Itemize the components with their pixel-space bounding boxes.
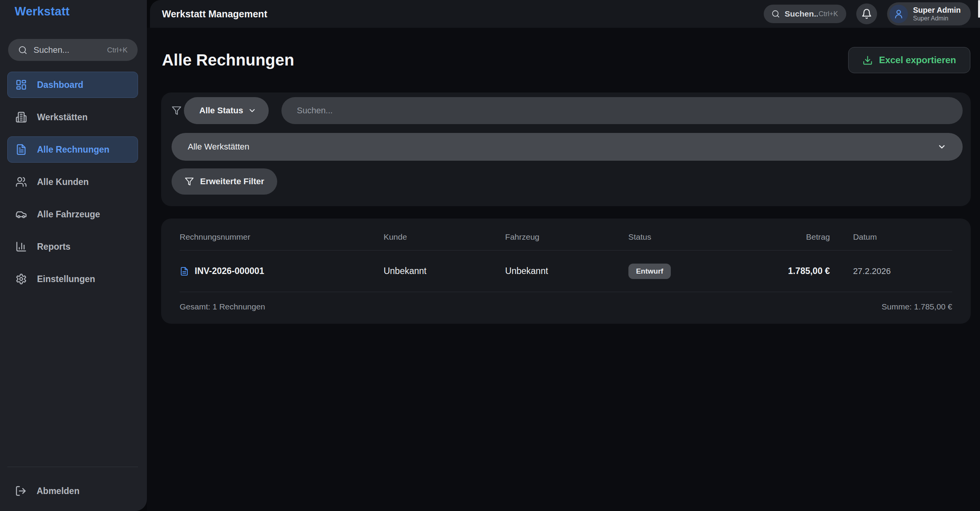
sidebar: Werkstatt Ctrl+K Dashboard Werkstätten A…	[0, 0, 147, 511]
vehicle-cell: Unbekannt	[505, 266, 628, 276]
file-text-icon	[180, 267, 189, 276]
dashboard-grid-icon	[15, 79, 27, 91]
sidebar-item-label: Alle Rechnungen	[37, 145, 109, 155]
sidebar-item-label: Einstellungen	[37, 274, 95, 284]
filter-funnel-icon	[172, 106, 182, 116]
avatar	[889, 5, 908, 23]
table-footer: Gesamt: 1 Rechnungen Summe: 1.785,00 €	[180, 292, 952, 324]
building-icon	[15, 111, 27, 123]
sidebar-item-alle-kunden[interactable]: Alle Kunden	[7, 169, 138, 195]
gear-icon	[15, 273, 27, 285]
file-text-icon	[15, 144, 27, 155]
sidebar-search-shortcut: Ctrl+K	[107, 46, 128, 54]
status-cell: Entwurf	[628, 264, 727, 279]
table-header-row: Rechnungsnummer Kunde Fahrzeug Status Be…	[180, 219, 952, 250]
topbar-search-shortcut: Ctrl+K	[818, 10, 838, 18]
invoice-number: INV-2026-000001	[195, 266, 264, 276]
sidebar-item-label: Alle Fahrzeuge	[37, 209, 100, 220]
sidebar-item-dashboard[interactable]: Dashboard	[7, 72, 138, 98]
export-excel-button[interactable]: Excel exportieren	[848, 47, 970, 73]
sidebar-item-label: Alle Kunden	[37, 177, 89, 187]
status-badge: Entwurf	[628, 264, 671, 279]
amount-cell: 1.785,00 €	[727, 266, 830, 276]
filter-panel: Alle Status Alle Werkstätten Erweiterte …	[161, 92, 971, 206]
page-header: Alle Rechnungen Excel exportieren	[147, 28, 980, 73]
sidebar-item-reports[interactable]: Reports	[7, 234, 138, 260]
page-title: Alle Rechnungen	[162, 51, 294, 69]
sidebar-item-einstellungen[interactable]: Einstellungen	[7, 266, 138, 292]
customer-cell: Unbekannt	[384, 266, 505, 276]
filter-search-input[interactable]	[281, 97, 963, 124]
logout-button[interactable]: Abmelden	[7, 478, 138, 504]
scrollbar-thumb[interactable]	[978, 0, 980, 18]
notifications-button[interactable]	[856, 3, 877, 24]
users-icon	[15, 176, 27, 188]
column-header: Status	[628, 232, 727, 242]
funnel-icon	[185, 177, 194, 186]
column-header: Fahrzeug	[505, 232, 628, 242]
invoices-table: Rechnungsnummer Kunde Fahrzeug Status Be…	[161, 219, 971, 324]
column-header: Betrag	[727, 232, 830, 242]
logout-icon	[15, 485, 27, 497]
topbar-search-input[interactable]	[785, 9, 818, 18]
table-row[interactable]: INV-2026-000001 Unbekannt Unbekannt Entw…	[180, 250, 952, 292]
logout-label: Abmelden	[37, 486, 79, 496]
topbar: Werkstatt Management Ctrl+K Super Admin …	[150, 0, 980, 28]
date-cell: 27.2.2026	[830, 266, 952, 276]
column-header: Datum	[830, 232, 952, 242]
invoice-number-cell: INV-2026-000001	[180, 266, 384, 276]
chevron-down-icon	[248, 106, 256, 115]
user-meta: Super Admin Super Admin	[913, 6, 961, 22]
search-icon	[18, 45, 27, 55]
sidebar-divider	[7, 467, 138, 467]
search-icon	[771, 10, 780, 18]
bar-chart-icon	[15, 241, 27, 252]
bell-icon	[861, 8, 872, 19]
filter-row-1: Alle Status	[172, 97, 963, 124]
total-sum: Summe: 1.785,00 €	[882, 302, 952, 311]
export-excel-label: Excel exportieren	[879, 55, 956, 66]
car-icon	[15, 208, 27, 220]
sidebar-item-alle-fahrzeuge[interactable]: Alle Fahrzeuge	[7, 201, 138, 227]
sidebar-item-werkstaetten[interactable]: Werkstätten	[7, 104, 138, 130]
status-select[interactable]: Alle Status	[184, 97, 269, 124]
advanced-filter-label: Erweiterte Filter	[200, 176, 264, 187]
sidebar-nav: Dashboard Werkstätten Alle Rechnungen Al…	[7, 72, 138, 298]
user-role: Super Admin	[913, 15, 961, 22]
topbar-actions: Ctrl+K Super Admin Super Admin	[764, 2, 971, 25]
user-menu[interactable]: Super Admin Super Admin	[887, 2, 971, 25]
sidebar-item-alle-rechnungen[interactable]: Alle Rechnungen	[7, 136, 138, 163]
main-content: Alle Rechnungen Excel exportieren Alle S…	[147, 28, 980, 511]
topbar-title: Werkstatt Management	[162, 8, 267, 20]
sidebar-item-label: Dashboard	[37, 80, 83, 90]
sidebar-item-label: Reports	[37, 242, 71, 252]
total-count: Gesamt: 1 Rechnungen	[180, 302, 265, 311]
column-header: Rechnungsnummer	[180, 232, 384, 242]
chevron-down-icon	[937, 142, 946, 151]
column-header: Kunde	[384, 232, 505, 242]
app-logo: Werkstatt	[15, 5, 70, 18]
sidebar-search-input[interactable]	[34, 45, 103, 55]
sidebar-item-label: Werkstätten	[37, 112, 88, 123]
workshop-select-value: Alle Werkstätten	[188, 142, 249, 152]
user-icon	[893, 8, 904, 19]
user-name: Super Admin	[913, 6, 961, 15]
download-icon	[862, 55, 873, 66]
workshop-select[interactable]: Alle Werkstätten	[172, 133, 963, 161]
advanced-filter-button[interactable]: Erweiterte Filter	[172, 168, 277, 195]
sidebar-search[interactable]: Ctrl+K	[8, 39, 138, 61]
status-select-value: Alle Status	[199, 106, 243, 116]
topbar-search[interactable]: Ctrl+K	[764, 5, 846, 23]
